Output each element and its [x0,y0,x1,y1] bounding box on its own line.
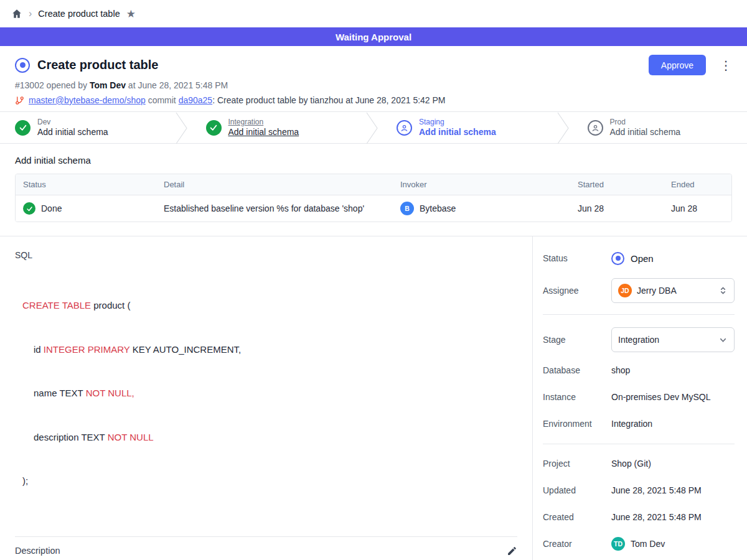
issue-detail-panel: SQL CREATE TABLE product ( id INTEGER PR… [0,236,533,560]
approve-button[interactable]: Approve [649,55,706,75]
stage-task-link[interactable]: Add initial schema [228,127,299,138]
task-table-header: Status Detail Invoker Started Ended [16,174,731,195]
created-row: Created June 28, 2021 5:48 PM [543,510,735,524]
sidebar-divider [543,314,735,315]
pipeline-stage-dev[interactable]: DevAdd initial schema [0,112,175,143]
commit-info: master@bytebase-demo/shop commit da90a25… [15,95,732,105]
bytebase-app: › Create product table ★ Waiting Approva… [0,0,747,560]
database-row: Database shop [543,363,735,377]
assignee-value: Jerry DBA [637,286,677,296]
task-ended: Jun 28 [664,203,731,213]
chevron-down-icon [718,335,728,345]
task-table: Status Detail Invoker Started Ended Done… [15,174,732,222]
task-started: Jun 28 [570,203,664,213]
creator-row: Creator TD Tom Dev [543,537,735,551]
stage-value: Integration [618,335,659,345]
stage-separator-icon [365,112,379,144]
pipeline-stage-staging[interactable]: StagingAdd initial schema [379,112,557,143]
project-row: Project Shop (Git) [543,457,735,470]
stage-name: Prod [610,118,681,126]
task-done-check-icon [23,202,35,215]
assignee-select[interactable]: JD Jerry DBA [611,278,735,303]
assignee-avatar: JD [618,284,632,297]
issue-author: Tom Dev [90,80,126,90]
updated-label: Updated [543,485,611,495]
creator-avatar: TD [611,537,625,551]
environment-row: Environment Integration [543,417,735,431]
task-invoker: Bytebase [420,203,456,213]
updated-value: June 28, 2021 5:48 PM [611,485,702,495]
issue-meta: #13002 opened by Tom Dev at June 28, 202… [15,80,732,90]
task-detail: Established baseline version %s for data… [156,203,393,213]
stage-done-check-icon [15,120,31,136]
updated-row: Updated June 28, 2021 5:48 PM [543,483,735,497]
pipeline-stage-integration[interactable]: IntegrationAdd initial schema [189,112,366,143]
issue-sidebar: Status Open Assignee JD Jerry DBA Stage [533,236,747,560]
description-label: Description [15,546,60,556]
assignee-row: Assignee JD Jerry DBA [543,278,735,303]
commit-message: : Create product table by tianzhou at Ju… [212,95,445,105]
table-row[interactable]: Done Established baseline version %s for… [16,195,731,222]
column-header-ended: Ended [664,180,731,189]
task-section: Add initial schema Status Detail Invoker… [0,144,747,236]
environment-label: Environment [543,419,611,429]
project-label: Project [543,459,611,469]
pipeline-stage-bar: DevAdd initial schema IntegrationAdd ini… [0,111,747,144]
stage-separator-icon [175,112,189,144]
star-icon[interactable]: ★ [126,9,136,19]
divider [15,536,517,537]
instance-value[interactable]: On-premises Dev MySQL [611,392,710,402]
project-value[interactable]: Shop (Git) [611,459,651,469]
issue-header: Create product table Approve ⋮ #13002 op… [0,46,747,111]
stage-pending-person-icon [397,120,412,136]
sidebar-divider [543,444,735,444]
stage-name: Dev [37,118,108,126]
creator-value[interactable]: Tom Dev [631,539,665,549]
stage-separator-icon [557,112,570,144]
created-value: June 28, 2021 5:48 PM [611,512,702,522]
approval-status-banner: Waiting Approval [0,27,747,46]
database-label: Database [543,365,611,375]
environment-value[interactable]: Integration [611,419,652,429]
pipeline-stage-prod[interactable]: ProdAdd initial schema [570,112,747,143]
status-label: Status [543,253,611,263]
branch-link[interactable]: master@bytebase-demo/shop [29,95,146,105]
status-row: Status Open [543,251,735,265]
breadcrumb-separator-icon: › [29,9,32,19]
stage-pending-person-icon [588,120,603,136]
stage-label: Stage [543,335,611,345]
stage-select[interactable]: Integration [611,327,735,352]
stage-task-link[interactable]: Add initial schema [37,127,108,138]
column-header-status: Status [16,180,156,189]
issue-open-icon [15,58,30,73]
assignee-label: Assignee [543,286,611,296]
creator-label: Creator [543,539,611,549]
home-icon[interactable] [11,8,22,19]
edit-pencil-icon[interactable] [507,546,517,556]
breadcrumb-bar: › Create product table ★ [0,0,747,27]
task-status: Done [41,203,62,213]
created-label: Created [543,512,611,522]
stage-row: Stage Integration [543,327,735,352]
column-header-started: Started [570,180,664,189]
instance-row: Instance On-premises Dev MySQL [543,390,735,404]
breadcrumb-current[interactable]: Create product table [38,9,120,19]
instance-label: Instance [543,392,611,402]
kebab-menu-icon[interactable]: ⋮ [720,59,732,72]
stage-name: Integration [228,118,299,126]
page-title: Create product table [37,58,158,72]
invoker-avatar: B [400,202,414,215]
stage-done-check-icon [206,120,222,136]
database-value[interactable]: shop [611,365,630,375]
status-open-icon [611,252,624,265]
sql-code-block: CREATE TABLE product ( id INTEGER PRIMAR… [15,269,517,518]
commit-hash-link[interactable]: da90a25 [179,95,213,105]
main-content: SQL CREATE TABLE product ( id INTEGER PR… [0,236,747,560]
stage-name: Staging [419,118,496,126]
task-section-title: Add initial schema [15,155,732,166]
stage-task-link[interactable]: Add initial schema [419,127,496,138]
updown-chevron-icon [718,286,728,296]
stage-task-link[interactable]: Add initial schema [610,127,681,138]
git-branch-icon [15,96,24,105]
status-value: Open [631,253,654,264]
